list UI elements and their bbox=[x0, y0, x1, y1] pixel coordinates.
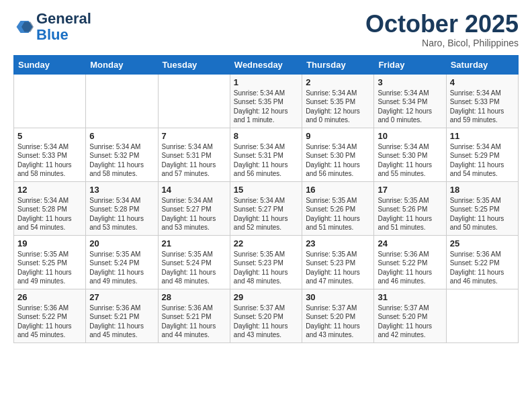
calendar-week-5: 26Sunrise: 5:36 AM Sunset: 5:22 PM Dayli… bbox=[14, 289, 519, 342]
day-number-11: 11 bbox=[450, 131, 515, 141]
col-header-monday: Monday bbox=[86, 55, 158, 74]
day-info-12: Sunrise: 5:34 AM Sunset: 5:28 PM Dayligh… bbox=[17, 196, 82, 232]
empty-cell bbox=[446, 289, 518, 342]
col-header-sunday: Sunday bbox=[14, 55, 86, 74]
day-cell-8: 8Sunrise: 5:34 AM Sunset: 5:31 PM Daylig… bbox=[230, 128, 302, 181]
day-number-25: 25 bbox=[450, 238, 515, 248]
day-cell-23: 23Sunrise: 5:35 AM Sunset: 5:23 PM Dayli… bbox=[302, 235, 374, 289]
day-cell-17: 17Sunrise: 5:35 AM Sunset: 5:26 PM Dayli… bbox=[374, 181, 446, 235]
day-number-15: 15 bbox=[234, 185, 298, 195]
day-cell-6: 6Sunrise: 5:34 AM Sunset: 5:32 PM Daylig… bbox=[86, 128, 158, 181]
day-number-26: 26 bbox=[17, 292, 82, 302]
day-info-17: Sunrise: 5:35 AM Sunset: 5:26 PM Dayligh… bbox=[378, 196, 442, 232]
day-number-28: 28 bbox=[162, 292, 226, 302]
day-cell-2: 2Sunrise: 5:34 AM Sunset: 5:35 PM Daylig… bbox=[302, 74, 374, 128]
col-header-thursday: Thursday bbox=[302, 55, 374, 74]
day-info-28: Sunrise: 5:36 AM Sunset: 5:21 PM Dayligh… bbox=[162, 304, 226, 340]
day-info-7: Sunrise: 5:34 AM Sunset: 5:31 PM Dayligh… bbox=[162, 142, 226, 179]
day-number-12: 12 bbox=[17, 185, 82, 195]
day-info-14: Sunrise: 5:34 AM Sunset: 5:27 PM Dayligh… bbox=[162, 196, 226, 232]
day-number-16: 16 bbox=[306, 185, 370, 195]
day-info-31: Sunrise: 5:37 AM Sunset: 5:20 PM Dayligh… bbox=[378, 304, 442, 340]
day-number-9: 9 bbox=[306, 131, 370, 141]
logo-icon bbox=[13, 17, 34, 37]
day-info-13: Sunrise: 5:34 AM Sunset: 5:28 PM Dayligh… bbox=[89, 196, 154, 232]
empty-cell bbox=[158, 74, 230, 128]
day-info-30: Sunrise: 5:37 AM Sunset: 5:20 PM Dayligh… bbox=[306, 304, 370, 340]
day-cell-26: 26Sunrise: 5:36 AM Sunset: 5:22 PM Dayli… bbox=[14, 289, 86, 342]
day-info-26: Sunrise: 5:36 AM Sunset: 5:22 PM Dayligh… bbox=[17, 304, 82, 340]
day-cell-4: 4Sunrise: 5:34 AM Sunset: 5:33 PM Daylig… bbox=[446, 74, 518, 128]
day-number-29: 29 bbox=[234, 292, 298, 302]
day-cell-30: 30Sunrise: 5:37 AM Sunset: 5:20 PM Dayli… bbox=[302, 289, 374, 342]
day-number-27: 27 bbox=[89, 292, 154, 302]
day-info-16: Sunrise: 5:35 AM Sunset: 5:26 PM Dayligh… bbox=[306, 196, 370, 232]
day-cell-13: 13Sunrise: 5:34 AM Sunset: 5:28 PM Dayli… bbox=[86, 181, 158, 235]
day-cell-10: 10Sunrise: 5:34 AM Sunset: 5:30 PM Dayli… bbox=[374, 128, 446, 181]
day-cell-16: 16Sunrise: 5:35 AM Sunset: 5:26 PM Dayli… bbox=[302, 181, 374, 235]
day-number-8: 8 bbox=[234, 131, 298, 141]
empty-cell bbox=[86, 74, 158, 128]
day-info-25: Sunrise: 5:36 AM Sunset: 5:22 PM Dayligh… bbox=[450, 250, 515, 286]
day-info-18: Sunrise: 5:35 AM Sunset: 5:25 PM Dayligh… bbox=[450, 196, 515, 232]
day-info-11: Sunrise: 5:34 AM Sunset: 5:29 PM Dayligh… bbox=[450, 142, 515, 179]
day-cell-24: 24Sunrise: 5:36 AM Sunset: 5:22 PM Dayli… bbox=[374, 235, 446, 289]
day-info-21: Sunrise: 5:35 AM Sunset: 5:24 PM Dayligh… bbox=[162, 250, 226, 286]
day-info-15: Sunrise: 5:34 AM Sunset: 5:27 PM Dayligh… bbox=[234, 196, 298, 232]
day-number-19: 19 bbox=[17, 238, 82, 248]
day-number-10: 10 bbox=[378, 131, 442, 141]
day-info-6: Sunrise: 5:34 AM Sunset: 5:32 PM Dayligh… bbox=[89, 142, 154, 179]
day-info-24: Sunrise: 5:36 AM Sunset: 5:22 PM Dayligh… bbox=[378, 250, 442, 286]
day-info-3: Sunrise: 5:34 AM Sunset: 5:34 PM Dayligh… bbox=[378, 89, 442, 125]
header: General Blue October 2025 Naro, Bicol, P… bbox=[13, 11, 519, 48]
col-header-friday: Friday bbox=[374, 55, 446, 74]
calendar-week-1: 1Sunrise: 5:34 AM Sunset: 5:35 PM Daylig… bbox=[14, 74, 519, 128]
day-cell-18: 18Sunrise: 5:35 AM Sunset: 5:25 PM Dayli… bbox=[446, 181, 518, 235]
day-number-13: 13 bbox=[89, 185, 154, 195]
month-title: October 2025 bbox=[365, 11, 519, 38]
day-number-18: 18 bbox=[450, 185, 515, 195]
day-cell-9: 9Sunrise: 5:34 AM Sunset: 5:30 PM Daylig… bbox=[302, 128, 374, 181]
day-number-6: 6 bbox=[89, 131, 154, 141]
day-number-4: 4 bbox=[450, 77, 515, 87]
page: General Blue October 2025 Naro, Bicol, P… bbox=[0, 0, 532, 354]
day-number-23: 23 bbox=[306, 238, 370, 248]
day-cell-21: 21Sunrise: 5:35 AM Sunset: 5:24 PM Dayli… bbox=[158, 235, 230, 289]
day-number-21: 21 bbox=[162, 238, 226, 248]
day-number-3: 3 bbox=[378, 77, 442, 87]
day-info-29: Sunrise: 5:37 AM Sunset: 5:20 PM Dayligh… bbox=[234, 304, 298, 340]
calendar-table: SundayMondayTuesdayWednesdayThursdayFrid… bbox=[13, 55, 519, 343]
day-info-5: Sunrise: 5:34 AM Sunset: 5:33 PM Dayligh… bbox=[17, 142, 82, 179]
day-number-5: 5 bbox=[17, 131, 82, 141]
day-info-23: Sunrise: 5:35 AM Sunset: 5:23 PM Dayligh… bbox=[306, 250, 370, 286]
day-info-9: Sunrise: 5:34 AM Sunset: 5:30 PM Dayligh… bbox=[306, 142, 370, 179]
title-block: October 2025 Naro, Bicol, Philippines bbox=[365, 11, 519, 48]
day-number-30: 30 bbox=[306, 292, 370, 302]
calendar-week-4: 19Sunrise: 5:35 AM Sunset: 5:25 PM Dayli… bbox=[14, 235, 519, 289]
day-number-7: 7 bbox=[162, 131, 226, 141]
logo: General Blue bbox=[13, 11, 91, 43]
day-cell-25: 25Sunrise: 5:36 AM Sunset: 5:22 PM Dayli… bbox=[446, 235, 518, 289]
day-info-10: Sunrise: 5:34 AM Sunset: 5:30 PM Dayligh… bbox=[378, 142, 442, 179]
logo-line1: General bbox=[36, 10, 91, 27]
day-cell-7: 7Sunrise: 5:34 AM Sunset: 5:31 PM Daylig… bbox=[158, 128, 230, 181]
day-number-14: 14 bbox=[162, 185, 226, 195]
day-cell-20: 20Sunrise: 5:35 AM Sunset: 5:24 PM Dayli… bbox=[86, 235, 158, 289]
day-number-17: 17 bbox=[378, 185, 442, 195]
day-cell-15: 15Sunrise: 5:34 AM Sunset: 5:27 PM Dayli… bbox=[230, 181, 302, 235]
day-cell-1: 1Sunrise: 5:34 AM Sunset: 5:35 PM Daylig… bbox=[230, 74, 302, 128]
location-subtitle: Naro, Bicol, Philippines bbox=[365, 38, 519, 48]
day-info-19: Sunrise: 5:35 AM Sunset: 5:25 PM Dayligh… bbox=[17, 250, 82, 286]
day-number-2: 2 bbox=[306, 77, 370, 87]
day-cell-3: 3Sunrise: 5:34 AM Sunset: 5:34 PM Daylig… bbox=[374, 74, 446, 128]
calendar-header-row: SundayMondayTuesdayWednesdayThursdayFrid… bbox=[14, 55, 519, 74]
day-info-4: Sunrise: 5:34 AM Sunset: 5:33 PM Dayligh… bbox=[450, 89, 515, 125]
day-info-22: Sunrise: 5:35 AM Sunset: 5:23 PM Dayligh… bbox=[234, 250, 298, 286]
col-header-tuesday: Tuesday bbox=[158, 55, 230, 74]
day-info-20: Sunrise: 5:35 AM Sunset: 5:24 PM Dayligh… bbox=[89, 250, 154, 286]
logo-line2: Blue bbox=[36, 26, 69, 43]
day-cell-31: 31Sunrise: 5:37 AM Sunset: 5:20 PM Dayli… bbox=[374, 289, 446, 342]
day-info-2: Sunrise: 5:34 AM Sunset: 5:35 PM Dayligh… bbox=[306, 89, 370, 125]
calendar-week-2: 5Sunrise: 5:34 AM Sunset: 5:33 PM Daylig… bbox=[14, 128, 519, 181]
empty-cell bbox=[14, 74, 86, 128]
